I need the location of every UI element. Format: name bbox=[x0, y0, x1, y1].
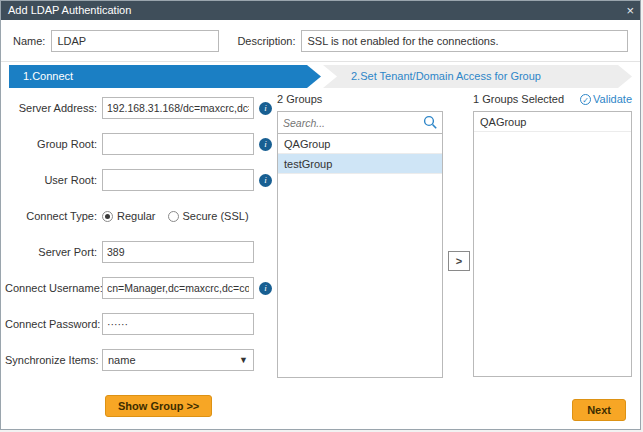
wizard-step-tenant-access[interactable]: 2.Set Tenant/Domain Access for Group bbox=[323, 65, 632, 88]
selected-groups-list[interactable]: QAGroup bbox=[473, 111, 632, 377]
synchronize-items-select[interactable]: name ▼ bbox=[102, 349, 254, 371]
radio-regular[interactable] bbox=[102, 211, 113, 222]
radio-regular-label: Regular bbox=[117, 210, 156, 222]
name-label: Name: bbox=[13, 35, 45, 47]
user-root-input[interactable] bbox=[102, 169, 254, 191]
chevron-down-icon: ▼ bbox=[239, 350, 248, 370]
radio-secure-ssl-label: Secure (SSL) bbox=[183, 210, 249, 222]
connect-password-row: Connect Password: bbox=[5, 313, 275, 335]
search-icon[interactable] bbox=[423, 115, 438, 130]
connect-type-row: Connect Type: Regular Secure (SSL) bbox=[5, 205, 275, 227]
synchronize-items-value: name bbox=[108, 354, 136, 366]
group-root-label: Group Root: bbox=[5, 138, 97, 150]
connect-username-label: Connect Username: bbox=[5, 282, 97, 294]
list-item[interactable]: QAGroup bbox=[278, 134, 442, 154]
available-groups-title: 2 Groups bbox=[277, 93, 443, 105]
radio-secure-ssl[interactable] bbox=[168, 211, 179, 222]
wizard-steps: 1.Connect 2.Set Tenant/Domain Access for… bbox=[9, 65, 632, 88]
info-icon[interactable]: i bbox=[259, 282, 272, 295]
server-port-input[interactable] bbox=[102, 241, 254, 263]
list-item[interactable]: QAGroup bbox=[474, 112, 631, 132]
server-address-row: Server Address: i bbox=[5, 97, 275, 119]
connect-form: Server Address: i Group Root: i User Roo… bbox=[5, 97, 275, 417]
synchronize-items-label: Synchronize Items: bbox=[5, 354, 97, 366]
dialog-title: Add LDAP Authentication bbox=[8, 4, 131, 16]
available-groups-list[interactable]: QAGroup testGroup bbox=[277, 134, 443, 378]
description-label: Description: bbox=[237, 35, 295, 47]
info-icon[interactable]: i bbox=[259, 102, 272, 115]
selected-groups-title: 1 Groups Selected bbox=[473, 93, 564, 105]
name-input[interactable] bbox=[51, 30, 219, 52]
connect-username-input[interactable] bbox=[102, 277, 254, 299]
name-description-row: Name: Description: bbox=[1, 20, 640, 62]
synchronize-items-row: Synchronize Items: name ▼ bbox=[5, 349, 275, 371]
validate-check-icon: ✓ bbox=[580, 94, 591, 105]
next-button[interactable]: Next bbox=[572, 399, 626, 421]
description-input[interactable] bbox=[301, 30, 628, 52]
user-root-row: User Root: i bbox=[5, 169, 275, 191]
available-groups-panel: 2 Groups QAGroup testGroup bbox=[277, 93, 443, 378]
group-root-input[interactable] bbox=[102, 133, 254, 155]
list-item[interactable]: testGroup bbox=[278, 154, 442, 174]
user-root-label: User Root: bbox=[5, 174, 97, 186]
dialog-titlebar: Add LDAP Authentication × bbox=[1, 1, 640, 20]
wizard-step-connect[interactable]: 1.Connect bbox=[9, 65, 321, 88]
connect-type-radio-group: Regular Secure (SSL) bbox=[102, 210, 261, 222]
close-icon[interactable]: × bbox=[626, 1, 634, 20]
add-ldap-dialog: Add LDAP Authentication × Name: Descript… bbox=[0, 0, 641, 430]
validate-link[interactable]: ✓ Validate bbox=[580, 93, 632, 105]
connect-password-label: Connect Password: bbox=[5, 318, 97, 330]
info-icon[interactable]: i bbox=[259, 174, 272, 187]
connect-type-label: Connect Type: bbox=[5, 210, 97, 222]
server-port-label: Server Port: bbox=[5, 246, 97, 258]
server-port-row: Server Port: bbox=[5, 241, 275, 263]
group-search-input[interactable] bbox=[277, 111, 443, 134]
selected-groups-panel: 1 Groups Selected ✓ Validate QAGroup bbox=[473, 93, 632, 377]
validate-label: Validate bbox=[593, 93, 632, 105]
group-search bbox=[277, 111, 443, 134]
server-address-label: Server Address: bbox=[5, 102, 97, 114]
group-root-row: Group Root: i bbox=[5, 133, 275, 155]
connect-username-row: Connect Username: i bbox=[5, 277, 275, 299]
show-group-button[interactable]: Show Group >> bbox=[105, 395, 212, 417]
info-icon[interactable]: i bbox=[259, 138, 272, 151]
selected-groups-header: 1 Groups Selected ✓ Validate bbox=[473, 93, 632, 105]
move-right-button[interactable]: > bbox=[448, 251, 470, 271]
connect-password-input[interactable] bbox=[102, 313, 254, 335]
server-address-input[interactable] bbox=[102, 97, 254, 119]
